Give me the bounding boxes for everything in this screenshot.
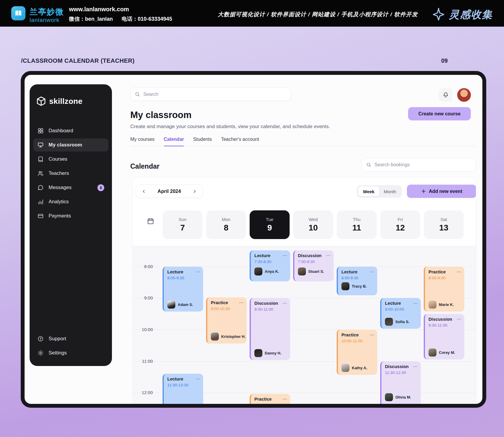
tab-my-courses[interactable]: My courses <box>130 137 155 146</box>
time-label: 9:00 <box>133 295 153 300</box>
event-card[interactable]: Lecture⋯ 9:00-10:00 Sofia S. <box>380 298 421 329</box>
event-card[interactable]: Lecture⋯ 11:30-13:30 <box>163 374 203 404</box>
payments-icon <box>37 213 44 219</box>
event-time: 8:00-9:30 <box>167 276 200 280</box>
tab-calendar[interactable]: Calendar <box>164 137 184 146</box>
create-new-course-button[interactable]: Create new course <box>408 107 471 120</box>
day-label: Fri <box>398 217 403 222</box>
day-card-mon[interactable]: Mon 8 <box>206 210 246 239</box>
event-card[interactable]: Discussion⋯ 11:30-12:30 Olivia M. <box>380 361 421 404</box>
sidebar-item-settings[interactable]: Settings <box>33 346 108 359</box>
lanlanwork-logo <box>11 6 25 20</box>
event-menu-icon[interactable]: ⋯ <box>326 254 331 257</box>
event-person: Olivia M. <box>395 395 411 399</box>
event-menu-icon[interactable]: ⋯ <box>283 398 287 401</box>
avatar <box>211 333 219 341</box>
bookings-search[interactable] <box>362 158 476 172</box>
search-icon <box>366 162 371 168</box>
plus-icon <box>421 189 426 194</box>
day-label: Sat <box>440 217 447 222</box>
event-card[interactable]: Practice⋯ 9:00-10:30 Kristopher H. <box>206 297 247 344</box>
view-toggle-month[interactable]: Month <box>379 186 401 196</box>
search-input[interactable] <box>143 92 287 97</box>
notifications-button[interactable] <box>439 88 452 102</box>
day-label: Mon <box>222 217 230 222</box>
global-search[interactable] <box>130 88 291 101</box>
messages-badge: 8 <box>97 184 104 191</box>
event-time: 9:00-11:00 <box>254 307 287 312</box>
day-number: 13 <box>439 223 448 233</box>
event-card[interactable]: Practice⋯ 10:00-11:00 Kathy A. <box>337 330 377 375</box>
event-time: 7:30-8:30 <box>298 259 331 264</box>
sidebar-item-messages[interactable]: Messages 8 <box>33 181 108 194</box>
event-card[interactable]: Discussion⋯ 9:30-11:00 Corey M. <box>424 314 464 359</box>
sparkle-star-icon <box>431 7 446 22</box>
event-menu-icon[interactable]: ⋯ <box>413 302 418 305</box>
day-card-tue-selected[interactable]: Tue 9 <box>250 210 290 239</box>
tab-teachers-account[interactable]: Teacher's account <box>221 137 259 146</box>
event-time: 11:30-12:30 <box>385 370 418 375</box>
sidebar-item-payments[interactable]: Payments <box>33 209 108 222</box>
chevron-right-icon <box>192 189 197 194</box>
sidebar-item-label: Settings <box>49 350 104 356</box>
event-menu-icon[interactable]: ⋯ <box>195 270 200 273</box>
sidebar-item-label: Dashboard <box>49 128 104 134</box>
event-title: Discussion <box>254 301 278 306</box>
avatar <box>428 349 436 357</box>
tab-students[interactable]: Students <box>193 137 212 146</box>
avatar <box>385 393 393 401</box>
event-time: 9:00-10:00 <box>385 307 418 312</box>
user-avatar[interactable] <box>457 88 471 102</box>
page-subtitle: Create and manage your courses and stude… <box>130 124 330 130</box>
sidebar-item-label: Messages <box>49 185 93 191</box>
event-card[interactable]: Practice⋯ 8:00-9:30 Marie K. <box>424 267 464 312</box>
day-card-thu[interactable]: Thu 11 <box>337 210 377 239</box>
app-window: skillzone Dashboard My classroom <box>21 71 486 408</box>
day-card-sun[interactable]: Sun 7 <box>163 210 203 239</box>
day-card-wed[interactable]: Wed 10 <box>293 210 333 239</box>
event-menu-icon[interactable]: ⋯ <box>195 378 200 380</box>
event-menu-icon[interactable]: ⋯ <box>283 254 287 257</box>
avatar <box>254 349 262 357</box>
sidebar-item-my-classroom[interactable]: My classroom <box>33 138 108 151</box>
promo-top-bar: 兰亭妙微 lanlanwork www.lanlanwork.com 微信：be… <box>0 0 504 27</box>
event-title: Discussion <box>385 364 409 369</box>
next-month-button[interactable] <box>191 188 198 195</box>
view-toggle-week[interactable]: Week <box>358 186 379 196</box>
event-menu-icon[interactable]: ⋯ <box>457 318 461 321</box>
event-title: Practice <box>254 396 272 401</box>
prev-month-button[interactable] <box>141 188 147 195</box>
event-person: Tracy B. <box>352 284 367 288</box>
event-menu-icon[interactable]: ⋯ <box>283 302 287 305</box>
event-card[interactable]: Lecture⋯ 8:00-9:30 Adam S. <box>163 267 203 312</box>
event-menu-icon[interactable]: ⋯ <box>370 333 374 336</box>
event-menu-icon[interactable]: ⋯ <box>370 270 374 273</box>
calendar-icon <box>147 217 154 225</box>
time-label: 10:00 <box>133 327 153 332</box>
sidebar-item-courses[interactable]: Courses <box>33 153 108 166</box>
day-number: 12 <box>396 223 405 233</box>
sidebar-item-support[interactable]: Support <box>33 332 108 345</box>
event-menu-icon[interactable]: ⋯ <box>413 365 418 368</box>
event-card[interactable]: Discussion⋯ 7:30-8:30 Stuart S. <box>293 250 334 281</box>
messages-icon <box>37 184 44 191</box>
sidebar-item-analytics[interactable]: Analytics <box>33 195 108 208</box>
event-card[interactable]: Lecture⋯ 7:30-8:30 Anya K. <box>250 250 290 281</box>
add-new-event-button[interactable]: Add new event <box>407 185 476 198</box>
bookings-search-input[interactable] <box>374 162 472 167</box>
event-card[interactable]: Practice⋯ 12:00-13:00 <box>250 394 290 404</box>
event-time: 8:00-9:30 <box>428 276 461 280</box>
day-card-sat[interactable]: Sat 13 <box>424 210 464 239</box>
event-title: Lecture <box>167 376 183 381</box>
event-card[interactable]: Lecture⋯ 8:00-9:30 Tracy B. <box>337 267 377 295</box>
day-card-fri[interactable]: Fri 12 <box>380 210 420 239</box>
sidebar-item-teachers[interactable]: Teachers <box>33 167 108 180</box>
services-list: 大数据可视化设计 / 软件界面设计 / 网站建设 / 手机及小程序设计 / 软件… <box>216 11 420 18</box>
day-number: 9 <box>267 223 272 233</box>
event-menu-icon[interactable]: ⋯ <box>457 270 461 273</box>
event-menu-icon[interactable]: ⋯ <box>239 301 244 304</box>
view-toggle: Week Month <box>357 185 402 198</box>
sidebar-item-dashboard[interactable]: Dashboard <box>33 124 108 137</box>
day-label: Tue <box>266 217 273 222</box>
event-card[interactable]: Discussion⋯ 9:00-11:00 Danny H. <box>250 298 290 360</box>
